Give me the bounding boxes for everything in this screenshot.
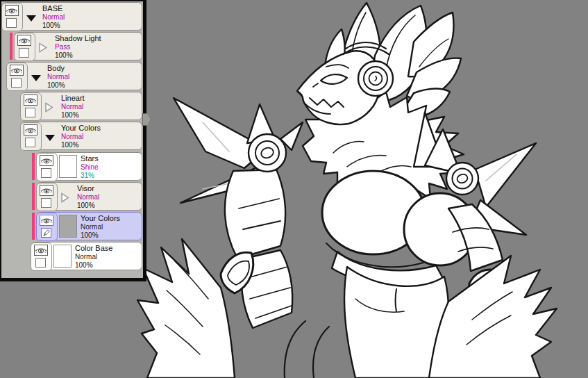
- expand-arrow-icon[interactable]: [60, 192, 72, 202]
- layer-tab: [1, 3, 23, 31]
- layer-opacity: 31%: [81, 172, 140, 180]
- visibility-toggle[interactable]: [34, 245, 48, 256]
- layer-name: Color Base: [75, 244, 140, 253]
- eye-icon: [18, 36, 31, 45]
- layers-panel: BASE Normal 100% Shadow Light Pass 100%: [0, 0, 146, 281]
- visibility-toggle[interactable]: [40, 215, 53, 226]
- app-window: { "panel": { "kind": "layers-panel", "la…: [0, 0, 588, 378]
- layer-opacity: 100%: [77, 202, 140, 210]
- pencil-icon: [42, 229, 51, 237]
- layer-name: Shadow Light: [55, 34, 140, 43]
- layer-name: Visor: [77, 184, 140, 193]
- layer-tab: [6, 63, 28, 91]
- layer-tab: [36, 213, 58, 241]
- layer-name: Your Colors: [81, 214, 140, 223]
- clip-indicator: [10, 33, 12, 60]
- layer-option-box[interactable]: [6, 18, 17, 28]
- clip-indicator: [32, 183, 35, 210]
- layer-option-box[interactable]: [41, 168, 51, 178]
- layer-name: BASE: [42, 4, 140, 13]
- layer-row-stars[interactable]: Stars Shine 31%: [37, 152, 142, 181]
- layer-row-base[interactable]: BASE Normal 100%: [2, 2, 142, 31]
- layer-row-your-colors-selected[interactable]: Your Colors Normal 100%: [37, 212, 142, 240]
- layer-option-box[interactable]: [25, 138, 35, 147]
- layer-thumbnail[interactable]: [59, 155, 77, 178]
- eye-icon: [24, 96, 37, 105]
- visibility-toggle[interactable]: [10, 65, 24, 76]
- layer-row-visor[interactable]: Visor Normal 100%: [37, 182, 142, 211]
- layer-option-box[interactable]: [19, 48, 29, 58]
- layer-tab: [36, 153, 58, 181]
- layer-row-shadow-light[interactable]: Shadow Light Pass 100%: [15, 32, 142, 60]
- layer-opacity: 100%: [75, 261, 140, 270]
- collapse-arrow-icon[interactable]: [31, 72, 42, 82]
- layer-opacity: 100%: [42, 22, 140, 30]
- layer-name: Stars: [81, 154, 140, 163]
- expand-arrow-icon[interactable]: [44, 102, 56, 112]
- layer-mode: Normal: [77, 193, 140, 202]
- visibility-toggle[interactable]: [24, 124, 37, 135]
- layer-option-box[interactable]: [41, 198, 51, 208]
- layer-mode: Pass: [55, 43, 140, 51]
- layer-option-box[interactable]: [11, 78, 22, 88]
- layer-option-box[interactable]: [25, 108, 35, 117]
- collapse-arrow-icon[interactable]: [26, 13, 37, 22]
- layer-opacity: 100%: [81, 231, 140, 240]
- layer-mode: Shine: [81, 163, 140, 172]
- layer-mode: Normal: [47, 73, 140, 81]
- layer-tab: [20, 122, 42, 151]
- layer-tab: [20, 92, 42, 121]
- eye-icon: [40, 216, 53, 225]
- eye-icon: [6, 6, 18, 15]
- layer-thumbnail[interactable]: [53, 245, 72, 268]
- layer-row-your-colors-folder[interactable]: Your Colors Normal 100%: [21, 122, 142, 150]
- eye-icon: [10, 66, 23, 75]
- visibility-toggle[interactable]: [17, 35, 31, 46]
- eye-icon: [40, 156, 53, 165]
- eye-icon: [35, 246, 47, 255]
- layer-row-lineart[interactable]: Lineart Normal 100%: [21, 92, 142, 120]
- layer-opacity: 100%: [47, 81, 140, 90]
- layer-mode: Normal: [81, 223, 140, 231]
- layer-tab: [36, 183, 58, 211]
- eye-icon: [40, 186, 53, 195]
- layer-opacity: 100%: [61, 111, 140, 120]
- layer-mode: Normal: [75, 253, 140, 261]
- layer-mode: Normal: [61, 103, 140, 111]
- layer-row-color-base[interactable]: Color Base Normal 100%: [31, 242, 142, 270]
- layer-opacity: 100%: [55, 51, 140, 60]
- visibility-toggle[interactable]: [40, 155, 53, 166]
- layer-option-box[interactable]: [35, 258, 46, 268]
- eye-icon: [24, 126, 37, 135]
- layer-thumbnail[interactable]: [59, 215, 77, 238]
- expand-arrow-icon[interactable]: [38, 42, 49, 52]
- layer-name: Lineart: [61, 94, 140, 103]
- visibility-toggle[interactable]: [40, 185, 53, 196]
- clip-indicator: [32, 153, 35, 180]
- layer-name: Your Colors: [61, 124, 140, 133]
- layer-row-body[interactable]: Body Normal 100%: [7, 62, 142, 90]
- edit-mode-box[interactable]: [41, 228, 51, 238]
- layer-mode: Normal: [61, 133, 140, 141]
- layer-opacity: 100%: [61, 141, 140, 149]
- visibility-toggle[interactable]: [5, 5, 19, 16]
- collapse-arrow-icon[interactable]: [44, 132, 56, 142]
- layer-name: Body: [47, 64, 140, 73]
- layer-tab: [14, 33, 35, 61]
- layer-tab: [31, 243, 52, 271]
- visibility-toggle[interactable]: [24, 94, 37, 106]
- clip-indicator: [32, 213, 35, 240]
- layer-mode: Normal: [42, 13, 140, 22]
